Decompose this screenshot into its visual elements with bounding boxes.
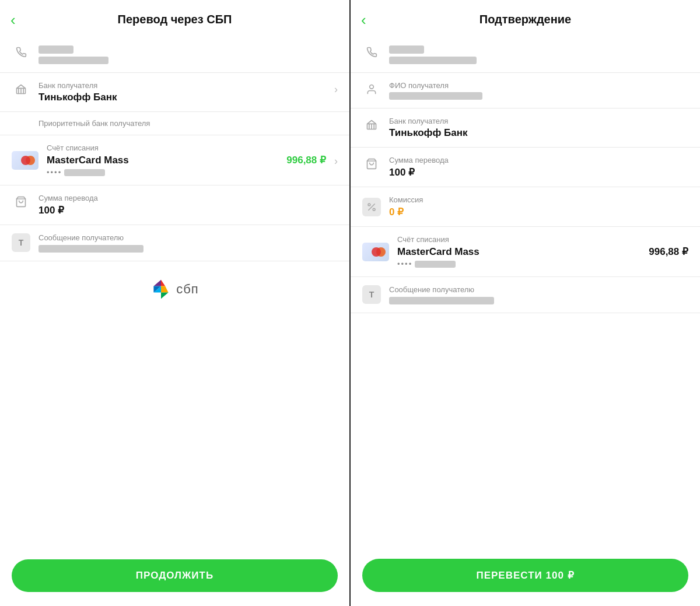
left-card-details: Счёт списания MasterCard Mass 996,88 ₽ •… — [47, 143, 326, 177]
sbp-logo: сбп — [150, 279, 199, 300]
right-commission-row: Комиссия 0 ₽ — [351, 187, 700, 227]
sbp-text: сбп — [176, 282, 199, 297]
left-bank-chevron: › — [334, 83, 338, 96]
right-recipient-bank-value: Тинькофф Банк — [389, 127, 688, 139]
right-commission-value: 0 ₽ — [389, 206, 688, 218]
right-commission-icon — [362, 198, 381, 216]
left-card-number: •••• — [47, 168, 326, 177]
right-amount-icon — [362, 158, 381, 170]
left-account-label: Счёт списания — [47, 143, 326, 152]
right-message-blur — [389, 297, 494, 304]
left-header: ‹ Перевод через СБП — [0, 0, 349, 36]
left-back-button[interactable]: ‹ — [10, 12, 16, 27]
right-message-label: Сообщение получателю — [389, 285, 688, 294]
transfer-button[interactable]: ПЕРЕВЕСТИ 100 ₽ — [362, 559, 688, 592]
right-card-dots: •••• — [397, 260, 412, 268]
svg-line-17 — [369, 204, 375, 211]
bank-icon — [12, 83, 30, 95]
svg-point-18 — [368, 204, 370, 206]
svg-marker-7 — [161, 292, 169, 299]
right-recipient-bank-label: Банк получателя — [389, 117, 688, 125]
svg-marker-9 — [154, 280, 162, 286]
right-commission-content: Комиссия 0 ₽ — [389, 195, 688, 218]
left-content: Банк получателя Тинькофф Банк › Приорите… — [0, 36, 349, 550]
left-amount-row: Сумма перевода 100 ₽ — [0, 185, 349, 225]
right-message-icon: T — [362, 285, 381, 304]
left-card-name: MasterCard Mass — [47, 155, 129, 166]
right-recipient-name-blur — [389, 92, 482, 100]
right-content: ФИО получателя Банк получателя Тинькофф … — [351, 36, 700, 549]
left-recipient-bank-label: Банк получателя — [38, 81, 326, 90]
left-message-icon: T — [12, 233, 30, 252]
right-commission-label: Комиссия — [389, 195, 688, 204]
left-message-blur — [38, 245, 144, 253]
left-account-chevron: › — [334, 155, 338, 167]
right-card-icon — [362, 243, 389, 261]
right-phone-content — [389, 44, 688, 64]
right-amount-value: 100 ₽ — [389, 166, 688, 178]
commission-percent-icon — [362, 198, 381, 216]
left-card-balance: 996,88 ₽ — [286, 154, 326, 166]
right-bank-icon — [362, 119, 381, 131]
left-recipient-bank-value: Тинькофф Банк — [38, 92, 326, 103]
svg-point-19 — [373, 208, 375, 211]
right-phone-icon — [362, 46, 381, 58]
left-priority-bank-row: Приоритетный банк получателя — [0, 112, 349, 135]
left-phone-row — [0, 36, 349, 73]
right-footer: ПЕРЕВЕСТИ 100 ₽ — [351, 549, 700, 606]
right-panel: ‹ Подтверждение ФИ — [351, 0, 700, 606]
left-footer: ПРОДОЛЖИТЬ — [0, 550, 349, 606]
right-recipient-bank-content: Банк получателя Тинькофф Банк — [389, 117, 688, 139]
left-amount-icon — [12, 196, 30, 208]
left-account-row[interactable]: Счёт списания MasterCard Mass 996,88 ₽ •… — [0, 135, 349, 185]
right-recipient-name-label: ФИО получателя — [389, 81, 688, 90]
left-card-dots: •••• — [47, 168, 62, 177]
right-amount-content: Сумма перевода 100 ₽ — [389, 156, 688, 178]
left-message-row[interactable]: T Сообщение получателю — [0, 225, 349, 261]
left-message-content: Сообщение получателю — [38, 233, 338, 253]
right-person-icon — [362, 83, 381, 95]
right-card-number: •••• — [397, 260, 688, 268]
left-phone-content — [38, 44, 338, 64]
left-recipient-bank-content: Банк получателя Тинькофф Банк — [38, 81, 326, 103]
right-back-button[interactable]: ‹ — [361, 12, 366, 27]
right-card-number-blur — [415, 261, 456, 268]
left-amount-value: 100 ₽ — [38, 204, 338, 216]
left-message-label: Сообщение получателю — [38, 233, 338, 242]
phone-icon — [12, 46, 30, 58]
left-card-number-blur — [64, 169, 105, 176]
phone-blur-1 — [38, 45, 74, 54]
right-message-row: T Сообщение получателю — [351, 277, 700, 313]
left-title: Перевод через СБП — [118, 13, 232, 26]
right-recipient-name-content: ФИО получателя — [389, 81, 688, 100]
phone-blur-2 — [38, 57, 108, 64]
svg-marker-5 — [161, 280, 165, 286]
sbp-section: сбп — [0, 261, 349, 317]
right-card-details: Счёт списания MasterCard Mass 996,88 ₽ •… — [397, 235, 688, 268]
continue-button[interactable]: ПРОДОЛЖИТЬ — [12, 559, 338, 592]
right-message-content: Сообщение получателю — [389, 285, 688, 304]
right-recipient-name-row: ФИО получателя — [351, 73, 700, 108]
left-recipient-bank-row[interactable]: Банк получателя Тинькофф Банк › — [0, 73, 349, 112]
left-priority-bank-label: Приоритетный банк получателя — [38, 119, 338, 128]
right-header: ‹ Подтверждение — [351, 0, 700, 36]
svg-point-11 — [370, 85, 374, 89]
svg-marker-6 — [161, 286, 169, 293]
right-amount-row: Сумма перевода 100 ₽ — [351, 148, 700, 187]
left-panel: ‹ Перевод через СБП — [0, 0, 351, 606]
right-recipient-bank-row: Банк получателя Тинькофф Банк — [351, 108, 700, 148]
right-card-balance: 996,88 ₽ — [649, 246, 688, 258]
right-phone-row — [351, 36, 700, 73]
sbp-icon — [150, 279, 172, 300]
left-card-icon — [12, 151, 38, 170]
right-phone-blur-2 — [389, 57, 477, 64]
right-title: Подтверждение — [480, 13, 571, 26]
right-amount-label: Сумма перевода — [389, 156, 688, 164]
left-amount-label: Сумма перевода — [38, 194, 338, 202]
right-phone-blur-1 — [389, 45, 424, 54]
right-card-name: MasterCard Mass — [397, 246, 480, 258]
left-card-name-row: MasterCard Mass 996,88 ₽ — [47, 154, 326, 166]
right-account-label: Счёт списания — [397, 235, 688, 244]
left-amount-content: Сумма перевода 100 ₽ — [38, 194, 338, 216]
right-account-row: Счёт списания MasterCard Mass 996,88 ₽ •… — [351, 227, 700, 277]
